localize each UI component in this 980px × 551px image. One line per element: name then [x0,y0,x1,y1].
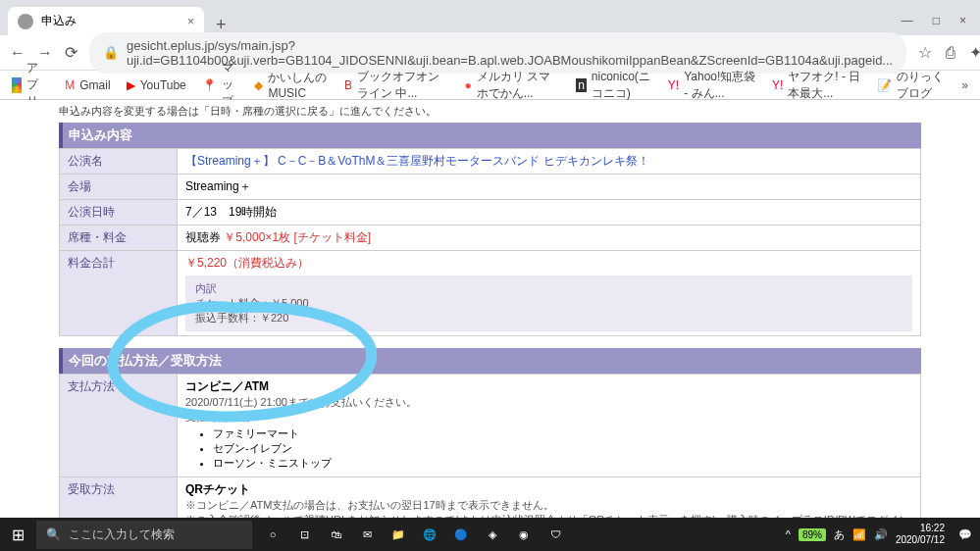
bookmarks-more[interactable]: » [961,78,968,92]
taskview-icon[interactable]: ⊡ [291,522,317,547]
cast-icon[interactable]: ⎙ [946,44,955,62]
label-venue: 会場 [60,175,178,200]
start-button[interactable]: ⊞ [0,526,36,544]
receive-method: QRチケット [185,482,250,496]
taskbar-search[interactable]: 🔍 ここに入力して検索 [36,521,252,549]
app-icon[interactable]: ◉ [511,522,537,547]
receive-cell: QRチケット ※コンビニ／ATM支払の場合は、お支払いの翌日17時まで表示できま… [178,477,921,519]
breakdown-ticket: チケット料金：￥5,000 [195,296,903,311]
url-text: gesicht.eplus.jp/sys/main.jsp?uji.id=GB1… [127,38,893,68]
edge-icon[interactable]: 🌐 [417,522,442,547]
tab-favicon [18,14,33,29]
section-header-application: 申込み内容 [59,123,921,148]
payment-cell: コンビニ／ATM 2020/07/11(土) 21:00までにお支払いください。… [178,375,921,477]
venue-value: Streaming＋ [178,175,921,200]
bookmark-gmail[interactable]: MGmail [65,78,110,92]
maximize-icon[interactable]: □ [933,14,940,27]
system-tray: ^ 89% あ 📶 🔊 16:22 2020/07/12 💬 [778,523,980,546]
close-icon[interactable]: × [187,15,194,28]
bookmark-youtube[interactable]: ▶YouTube [127,78,186,92]
breakdown-title: 内訳 [195,281,903,296]
label-receive: 受取方法 [60,477,178,519]
label-datetime: 公演日時 [60,200,178,225]
notification-icon[interactable]: 💬 [958,528,972,541]
bookmark-mercari[interactable]: ●メルカリ スマホでかん... [464,69,560,102]
bookmark-orikku[interactable]: 📝のりっくブログ [877,69,946,102]
browser-tab-bar: 申込み × + — □ × [0,0,980,35]
browser-tab[interactable]: 申込み × [8,7,204,35]
payment-due: 2020/07/11(土) 21:00までにお支払いください。 [185,396,417,408]
wifi-icon[interactable]: 📶 [852,528,866,541]
datetime-value: 7／13 19時開始 [178,200,921,225]
label-total: 料金合計 [60,251,178,336]
taskbar: ⊞ 🔍 ここに入力して検索 ○ ⊡ 🛍 ✉ 📁 🌐 🔵 ◈ ◉ 🛡 ^ 89% … [0,518,980,551]
back-icon[interactable]: ← [10,44,26,62]
payment-table: 支払方法 コンビニ／ATM 2020/07/11(土) 21:00までにお支払い… [59,374,921,518]
explorer-icon[interactable]: 📁 [386,522,411,547]
store-item: ローソン・ミニストップ [213,456,912,471]
browser-toolbar: ← → ⟳ 🔒 gesicht.eplus.jp/sys/main.jsp?uj… [0,35,980,71]
receive-note1: ※コンビニ／ATM支払の場合は、お支払いの翌日17時まで表示できません。 [185,499,554,511]
tray-chevron[interactable]: ^ [786,528,791,540]
payment-store-label: 支払可能店舗： [185,411,261,423]
store-icon[interactable]: 🛍 [323,522,348,547]
forward-icon[interactable]: → [37,44,53,62]
store-item: セブン-イレブン [213,441,912,456]
intro-text: 申込み内容を変更する場合は「日時・席種の選択に戻る」に進んでください。 [59,104,921,119]
label-seat-price: 席種・料金 [60,225,178,251]
payment-method: コンビニ／ATM [185,379,269,393]
volume-icon[interactable]: 🔊 [874,528,888,541]
page-content: 申込み内容を変更する場合は「日時・席種の選択に戻る」に進んでください。 申込み内… [0,100,980,518]
search-placeholder: ここに入力して検索 [69,526,175,543]
bookmark-niconico[interactable]: nniconico(ニコニコ) [576,69,652,102]
star-icon[interactable]: ☆ [918,43,932,62]
clock[interactable]: 16:22 2020/07/12 [896,523,951,546]
section-header-payment: 今回の支払方法／受取方法 [59,348,921,374]
total-value: ￥5,220（消費税込み） 内訳 チケット料金：￥5,000 振込手数料：￥22… [178,251,921,336]
bookmark-yahoo-auc[interactable]: Y!ヤフオク! - 日本最大... [772,69,862,102]
label-performance: 公演名 [60,149,178,175]
lock-icon: 🔒 [103,45,119,60]
ime-icon[interactable]: あ [834,527,845,542]
seat-price-value: 視聴券 ￥5,000×1枚 [チケット料金] [178,225,921,251]
bookmark-kaishin[interactable]: ◆かいしんのMUSIC [254,70,329,100]
app-icon[interactable]: 🛡 [542,522,568,547]
search-icon: 🔍 [46,527,61,541]
bookmark-yahoo-chie[interactable]: Y!Yahoo!知恵袋 - みん... [668,69,756,102]
breakdown-fee: 振込手数料：￥220 [195,311,903,326]
performance-name: 【Streaming＋】 C－C－B＆VoThM＆三喜屋野村モータースバンド ヒ… [178,149,921,175]
bookmarks-bar: アプリ MGmail ▶YouTube 📍マップ ◆かいしんのMUSIC Bブッ… [0,71,980,100]
reload-icon[interactable]: ⟳ [65,43,77,62]
battery-indicator[interactable]: 89% [799,528,826,541]
cortana-icon[interactable]: ○ [260,522,285,547]
window-controls: — □ × [888,14,980,35]
breakdown-box: 内訳 チケット料金：￥5,000 振込手数料：￥220 [185,276,912,331]
mail-icon[interactable]: ✉ [354,522,380,547]
application-table: 公演名 【Streaming＋】 C－C－B＆VoThM＆三喜屋野村モータースバ… [59,148,921,336]
close-icon[interactable]: × [959,14,966,27]
app-icon[interactable]: ◈ [480,522,505,547]
minimize-icon[interactable]: — [902,14,913,27]
tab-title: 申込み [41,13,77,29]
store-item: ファミリーマート [213,426,912,441]
extension-icon[interactable]: ✦ [969,43,980,62]
label-payment: 支払方法 [60,375,178,477]
bookmark-bookoff[interactable]: Bブックオフオンライン 中... [344,69,448,102]
chrome-icon[interactable]: 🔵 [448,522,474,547]
